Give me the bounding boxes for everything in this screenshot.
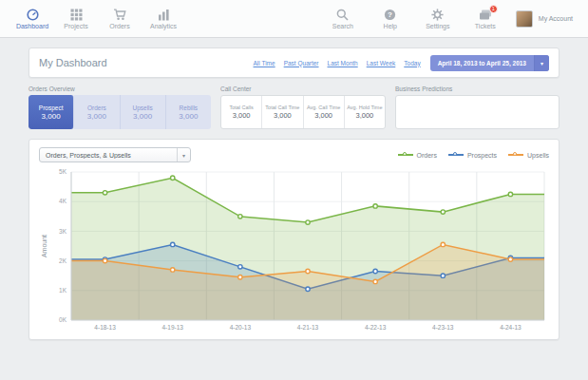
stat-value: 3,000 xyxy=(274,111,292,120)
svg-text:4-21-13: 4-21-13 xyxy=(297,324,319,331)
legend-upsells: Upsells xyxy=(508,152,549,159)
gear-icon xyxy=(431,9,444,21)
utility-nav: Search ? Help Settings 1 Tickets My Acco… xyxy=(326,9,573,29)
business-predictions-panel: Business Predictions xyxy=(395,86,560,129)
link-all-time[interactable]: All Time xyxy=(254,60,275,66)
legend-swatch-icon xyxy=(508,152,523,159)
stat-name: Total Call Time xyxy=(265,104,299,110)
main-content: My Dashboard All Time Past Quarter Last … xyxy=(0,38,588,340)
tab-name: Orders xyxy=(87,104,106,111)
svg-text:1K: 1K xyxy=(59,287,67,294)
svg-text:2K: 2K xyxy=(59,257,67,264)
nav-label: Tickets xyxy=(475,23,496,29)
link-today[interactable]: Today xyxy=(404,60,420,66)
panel-label: Business Predictions xyxy=(395,86,560,92)
user-avatar xyxy=(516,10,533,28)
top-navigation-bar: Dashboard Projects Orders Analytics Se xyxy=(0,0,588,38)
nav-search[interactable]: Search xyxy=(326,9,360,29)
tickets-icon: 1 xyxy=(479,9,492,21)
cart-icon xyxy=(113,9,126,21)
nav-label: Help xyxy=(384,23,397,29)
tab-value: 3,000 xyxy=(42,112,61,121)
nav-label: Dashboard xyxy=(16,23,48,29)
svg-text:4K: 4K xyxy=(59,198,67,204)
tab-orders[interactable]: Orders 3,000 xyxy=(74,95,120,129)
summary-panels: Orders Overview Prospect 3,000 Orders 3,… xyxy=(28,86,560,129)
call-center-panel: Call Center Total Calls 3,000 Total Call… xyxy=(220,86,386,129)
business-predictions-box xyxy=(395,95,560,129)
panel-label: Orders Overview xyxy=(28,86,211,92)
caret-down-icon: ▾ xyxy=(177,148,190,162)
svg-text:Amount: Amount xyxy=(41,235,47,257)
stat-name: Avg. Hold Time xyxy=(347,104,382,110)
tab-prospect[interactable]: Prospect 3,000 xyxy=(28,95,74,129)
time-range-links: All Time Past Quarter Last Month Last We… xyxy=(254,60,421,66)
stat-value: 3,000 xyxy=(355,111,373,120)
series-select-dropdown[interactable]: Orders, Prospects, & Upsells ▾ xyxy=(39,147,191,162)
link-last-week[interactable]: Last Week xyxy=(367,60,396,66)
chart-header: Orders, Prospects, & Upsells ▾ Orders Pr… xyxy=(39,147,549,162)
nav-settings[interactable]: Settings xyxy=(421,9,455,29)
primary-nav: Dashboard Projects Orders Analytics xyxy=(15,9,180,29)
nav-label: Settings xyxy=(426,23,449,29)
svg-text:4-19-13: 4-19-13 xyxy=(162,324,184,331)
stat-name: Total Calls xyxy=(229,104,253,110)
date-range-label: April 18, 2013 to April 25, 2013 xyxy=(430,55,534,71)
legend-label: Prospects xyxy=(467,152,497,159)
stat-name: Avg. Call Time xyxy=(307,104,340,110)
my-account[interactable]: My Account xyxy=(516,10,573,28)
tab-upsells[interactable]: Upsells 3,000 xyxy=(121,95,166,129)
link-last-month[interactable]: Last Month xyxy=(328,60,358,66)
nav-projects[interactable]: Projects xyxy=(59,9,93,29)
stat-avg-call-time: Avg. Call Time 3,000 xyxy=(304,96,345,128)
bar-chart-icon xyxy=(158,9,170,21)
caret-down-icon: ▾ xyxy=(534,55,549,71)
chart-area: 0K1K2K3K4K5K4-18-134-19-134-20-134-21-13… xyxy=(39,166,549,335)
legend-swatch-icon xyxy=(448,152,464,159)
tab-rebills[interactable]: Rebills 3,000 xyxy=(166,95,211,129)
legend-label: Upsells xyxy=(527,152,549,159)
gauge-icon xyxy=(27,9,39,21)
svg-text:5K: 5K xyxy=(59,168,67,175)
nav-label: Analytics xyxy=(150,23,177,29)
svg-text:3K: 3K xyxy=(59,228,67,235)
nav-label: Projects xyxy=(64,23,87,29)
nav-orders[interactable]: Orders xyxy=(103,9,137,29)
panel-label: Call Center xyxy=(220,86,386,92)
tab-value: 3,000 xyxy=(87,112,106,121)
svg-text:4-20-13: 4-20-13 xyxy=(230,324,252,331)
link-past-quarter[interactable]: Past Quarter xyxy=(284,60,319,66)
nav-tickets[interactable]: 1 Tickets xyxy=(468,9,503,29)
svg-text:4-23-13: 4-23-13 xyxy=(432,324,454,331)
dashboard-header: My Dashboard All Time Past Quarter Last … xyxy=(28,48,560,78)
svg-text:?: ? xyxy=(388,10,392,19)
chart-card: Orders, Prospects, & Upsells ▾ Orders Pr… xyxy=(28,139,560,340)
tickets-badge: 1 xyxy=(489,5,498,13)
legend-label: Orders xyxy=(417,152,437,159)
nav-analytics[interactable]: Analytics xyxy=(146,9,180,29)
call-center-stats: Total Calls 3,000 Total Call Time 3,000 … xyxy=(220,95,386,129)
legend-swatch-icon xyxy=(398,152,413,159)
nav-help[interactable]: ? Help xyxy=(373,9,408,29)
nav-label: Orders xyxy=(109,23,129,29)
stat-total-calls: Total Calls 3,000 xyxy=(221,96,262,128)
svg-text:4-22-13: 4-22-13 xyxy=(365,324,387,331)
my-account-label: My Account xyxy=(539,15,573,22)
page-title: My Dashboard xyxy=(39,57,107,68)
search-icon xyxy=(336,9,349,21)
area-line-chart: 0K1K2K3K4K5K4-18-134-19-134-20-134-21-13… xyxy=(39,166,550,335)
stat-avg-hold-time: Avg. Hold Time 3,000 xyxy=(345,96,385,128)
help-icon: ? xyxy=(384,9,396,21)
stat-total-call-time: Total Call Time 3,000 xyxy=(262,96,303,128)
stat-value: 3,000 xyxy=(314,111,332,120)
tab-name: Rebills xyxy=(180,104,199,111)
legend-prospects: Prospects xyxy=(448,152,497,159)
dropdown-value: Orders, Prospects, & Upsells xyxy=(40,152,177,159)
date-range-picker[interactable]: April 18, 2013 to April 25, 2013 ▾ xyxy=(430,55,549,71)
orders-overview-panel: Orders Overview Prospect 3,000 Orders 3,… xyxy=(28,86,211,129)
svg-text:4-18-13: 4-18-13 xyxy=(94,324,116,331)
chart-legend: Orders Prospects Upsells xyxy=(398,152,549,159)
nav-label: Search xyxy=(332,23,353,29)
orders-overview-tabs: Prospect 3,000 Orders 3,000 Upsells 3,00… xyxy=(28,95,211,129)
nav-dashboard[interactable]: Dashboard xyxy=(15,9,49,29)
